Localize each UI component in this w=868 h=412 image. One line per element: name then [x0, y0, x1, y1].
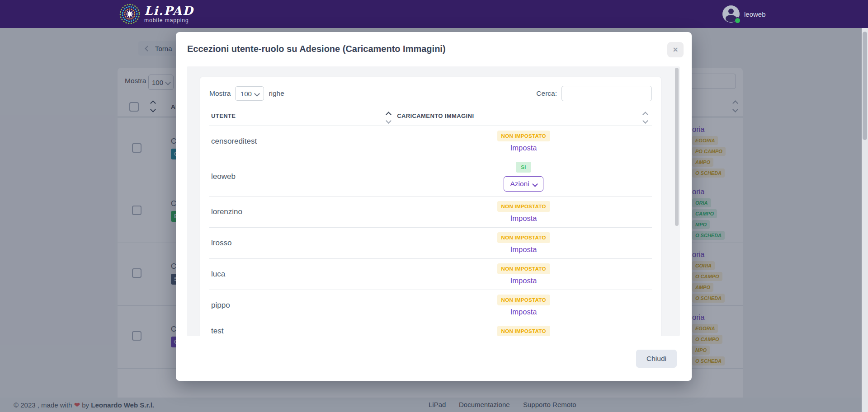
brand-logo[interactable]: Li.PAD mobile mapping	[119, 3, 194, 25]
user-cell: censoreditest	[209, 126, 395, 157]
page-size-select[interactable]: 100	[235, 86, 264, 101]
table-row: leoweb SI Azioni	[209, 157, 652, 197]
imposta-link[interactable]: Imposta	[397, 144, 650, 152]
user-cell: test	[209, 321, 395, 337]
exceptions-table: UTENTE CARICAMENTO IMMAGINI	[209, 108, 652, 336]
brand-tagline: mobile mapping	[144, 17, 194, 23]
user-cell: pippo	[209, 290, 395, 321]
modal-title: Eccezioni utente-ruolo su Adesione (Cari…	[187, 44, 446, 54]
status-badge: NON IMPOSTATO	[497, 201, 550, 212]
table-row: luca NON IMPOSTATO Imposta	[209, 259, 652, 290]
search-input[interactable]	[561, 86, 652, 101]
sort-up-icon	[386, 112, 392, 117]
chevron-down-icon	[254, 91, 260, 97]
table-row: lrosso NON IMPOSTATO Imposta	[209, 228, 652, 259]
brand-logo-icon	[119, 3, 141, 25]
table-row: test NON IMPOSTATO	[209, 321, 652, 337]
status-badge: NON IMPOSTATO	[497, 263, 550, 274]
sort-down-icon	[642, 118, 648, 124]
brand-name: Li.PAD	[144, 5, 194, 17]
sort-down-icon	[386, 118, 392, 124]
column-header-label: CARICAMENTO IMMAGINI	[397, 112, 474, 119]
status-badge: NON IMPOSTATO	[497, 232, 550, 243]
modal-footer: Chiudi	[176, 336, 692, 381]
page-scrollbar-thumb[interactable]	[863, 32, 867, 140]
show-label: Mostra	[209, 89, 231, 98]
user-cell: leoweb	[209, 157, 395, 197]
user-cell: lrosso	[209, 228, 395, 259]
modal-scroll-area: Mostra 100 righe Cerca: UTENTE	[187, 66, 680, 336]
app-header: Li.PAD mobile mapping leoweb	[0, 0, 868, 28]
chevron-down-icon	[532, 181, 538, 187]
sort-icon	[643, 112, 647, 123]
user-cell: luca	[209, 259, 395, 290]
sort-up-icon	[642, 112, 648, 117]
modal-scrollbar[interactable]	[675, 68, 679, 335]
modal-table-card: Mostra 100 righe Cerca: UTENTE	[200, 77, 661, 336]
user-cell: lorenzino	[209, 197, 395, 228]
status-badge: NON IMPOSTATO	[497, 295, 550, 305]
user-menu[interactable]: leoweb	[722, 5, 766, 23]
search-label: Cerca:	[536, 89, 557, 98]
azioni-label: Azioni	[510, 180, 529, 188]
status-badge: SI	[516, 162, 531, 173]
table-row: pippo NON IMPOSTATO Imposta	[209, 290, 652, 321]
user-name: leoweb	[744, 10, 766, 18]
azioni-dropdown-button[interactable]: Azioni	[504, 176, 543, 192]
imposta-link[interactable]: Imposta	[397, 214, 650, 223]
rows-suffix-label: righe	[269, 89, 284, 98]
table-row: censoreditest NON IMPOSTATO Imposta	[209, 126, 652, 157]
online-status-dot	[734, 17, 741, 24]
imposta-link[interactable]: Imposta	[397, 276, 650, 285]
column-header-caricamento-immagini[interactable]: CARICAMENTO IMMAGINI	[395, 108, 652, 126]
status-badge: NON IMPOSTATO	[497, 131, 550, 141]
sort-icon	[387, 112, 391, 123]
modal-header: Eccezioni utente-ruolo su Adesione (Cari…	[176, 32, 692, 66]
status-badge: NON IMPOSTATO	[497, 326, 550, 336]
modal-scrollbar-thumb[interactable]	[675, 68, 679, 226]
exceptions-modal: Eccezioni utente-ruolo su Adesione (Cari…	[176, 32, 692, 381]
page-scrollbar[interactable]	[862, 28, 868, 412]
column-header-utente[interactable]: UTENTE	[209, 108, 395, 126]
imposta-link[interactable]: Imposta	[397, 245, 650, 254]
column-header-label: UTENTE	[211, 112, 236, 119]
imposta-link[interactable]: Imposta	[397, 308, 650, 316]
page-size-value: 100	[241, 90, 252, 98]
close-icon[interactable]: ×	[667, 42, 684, 57]
chiudi-button[interactable]: Chiudi	[636, 350, 677, 368]
table-row: lorenzino NON IMPOSTATO Imposta	[209, 197, 652, 228]
